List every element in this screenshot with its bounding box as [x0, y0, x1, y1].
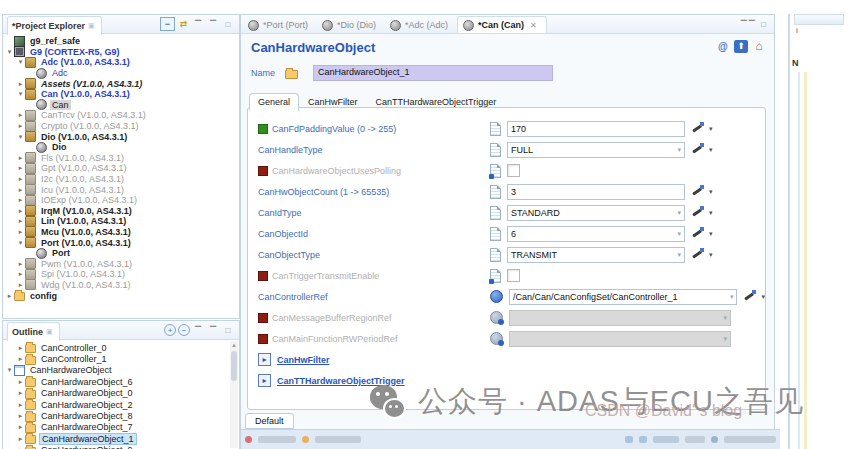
tree-item[interactable]: ▸config: [5, 290, 239, 301]
problems-icon[interactable]: [302, 436, 309, 443]
options-caret-icon[interactable]: ▾: [709, 251, 713, 259]
checkbox[interactable]: [507, 164, 520, 177]
outline-tab[interactable]: Outline ▣: [7, 322, 60, 341]
subtab-general[interactable]: General: [249, 93, 299, 111]
toolbar-icon-blur[interactable]: [625, 436, 633, 443]
tree-expander-icon[interactable]: ▸: [16, 207, 25, 215]
tree-expander-icon[interactable]: ▸: [16, 154, 25, 162]
close-icon[interactable]: ✕: [530, 21, 537, 30]
right-panel-tab[interactable]: [794, 14, 844, 25]
properties-tab-blur[interactable]: [724, 436, 776, 443]
options-caret-icon[interactable]: ▾: [709, 209, 713, 217]
project-explorer-tab[interactable]: *Project Explorer ▣: [7, 16, 102, 35]
wizard-icon[interactable]: [691, 143, 704, 156]
tree-item[interactable]: ▸Icu (V1.0.0, AS4.3.1): [5, 184, 239, 195]
tree-item[interactable]: Adc: [5, 68, 239, 79]
tree-expander-icon[interactable]: ▸: [16, 270, 25, 278]
tree-expander-icon[interactable]: ▾: [16, 239, 25, 247]
tree-item[interactable]: Port: [5, 248, 239, 259]
error-log-icon[interactable]: [245, 436, 252, 443]
dropdown[interactable]: FULL▾: [507, 142, 685, 158]
toolbar-icon-blur[interactable]: [639, 436, 647, 443]
wizard-icon[interactable]: [691, 227, 704, 240]
tree-item[interactable]: ▸Crypto (V1.0.0, AS4.3.1): [5, 121, 239, 132]
tree-expander-icon[interactable]: ▸: [16, 196, 25, 204]
wizard-icon[interactable]: [691, 185, 704, 198]
editor-tab[interactable]: *Can (Can)✕: [457, 16, 547, 33]
tree-item[interactable]: ▸Assets (V1.0.0, AS4.3.1): [5, 78, 239, 89]
editor-window-buttons[interactable]: ▔▔ □: [741, 20, 774, 29]
link[interactable]: CanTTHardwareObjectTrigger: [277, 376, 405, 386]
maximize-icon[interactable]: ▔: [207, 18, 220, 30]
tree-item[interactable]: ▸CanController_0: [5, 342, 239, 353]
expand-all-icon[interactable]: +: [164, 324, 176, 336]
at-icon[interactable]: @: [716, 40, 730, 53]
tree-expander-icon[interactable]: ▸: [16, 122, 25, 130]
minimize-icon[interactable]: ▔: [192, 324, 205, 336]
name-input[interactable]: CanHardwareObject_1: [313, 65, 553, 81]
tree-item[interactable]: ▾CanHardwareObject: [5, 365, 239, 376]
tree-expander-icon[interactable]: ▸: [16, 423, 25, 431]
toolbar-icon-blur[interactable]: [685, 436, 705, 443]
dropdown[interactable]: 6▾: [507, 226, 685, 242]
tree-item[interactable]: ▸Lin (V1.0.0, AS4.3.1): [5, 216, 239, 227]
text-input[interactable]: 170: [507, 121, 685, 137]
tree-item[interactable]: ▸Gpt (V1.0.0, AS4.3.1): [5, 163, 239, 174]
tree-expander-icon[interactable]: ▸: [16, 186, 25, 194]
tree-item[interactable]: ▾G9 (CORTEX-R5, G9): [5, 47, 239, 58]
tree-item[interactable]: ▸IOExp (V1.0.0, AS4.3.1): [5, 195, 239, 206]
text-input[interactable]: 3: [507, 184, 685, 200]
chevron-down-icon[interactable]: ▾: [677, 209, 681, 217]
tree-item[interactable]: ▸I2c (V1.0.0, AS4.3.1): [5, 174, 239, 185]
tree-expander-icon[interactable]: ▸: [16, 435, 25, 443]
tree-item[interactable]: ▸CanHardwareObject_0: [5, 388, 239, 399]
tree-item[interactable]: ▸CanHardwareObject_6: [5, 376, 239, 387]
tree-item[interactable]: ▸CanHardwareObject_9: [5, 445, 239, 449]
tree-item[interactable]: ▾Port (V1.0.0, AS4.3.1): [5, 237, 239, 248]
tree-expander-icon[interactable]: ▾: [5, 366, 14, 374]
up-arrow-icon[interactable]: ⬆: [734, 40, 748, 53]
toolbar-icon-blur[interactable]: [653, 436, 679, 443]
properties-icon[interactable]: [711, 436, 718, 443]
chevron-down-icon[interactable]: ▾: [730, 293, 734, 301]
options-caret-icon[interactable]: ▾: [709, 146, 713, 154]
dropdown[interactable]: TRANSMIT▾: [507, 247, 685, 263]
dropdown[interactable]: STANDARD▾: [507, 205, 685, 221]
tree-expander-icon[interactable]: ▸: [16, 217, 25, 225]
tree-expander-icon[interactable]: ▸: [16, 260, 25, 268]
editor-tab[interactable]: *Port (Port): [243, 17, 317, 33]
tree-item[interactable]: Dio: [5, 142, 239, 153]
options-caret-icon[interactable]: ▾: [761, 293, 765, 301]
tree-item[interactable]: ▾Can (V1.0.0, AS4.3.1): [5, 89, 239, 100]
tree-item[interactable]: ▸Pwm (V1.0.0, AS4.3.1): [5, 258, 239, 269]
tree-expander-icon[interactable]: ▸: [16, 175, 25, 183]
tree-item[interactable]: ▾Dio (V1.0.0, AS4.3.1): [5, 131, 239, 142]
tree-expander-icon[interactable]: ▸: [16, 401, 25, 409]
link-editor-icon[interactable]: ⇄: [177, 18, 190, 30]
tree-item[interactable]: ▸CanHardwareObject_1: [5, 433, 239, 444]
tree-expander-icon[interactable]: ▾: [16, 133, 25, 141]
bottom-tab-blur[interactable]: [315, 436, 361, 443]
checkbox[interactable]: [507, 269, 520, 282]
minimize-icon[interactable]: ▔: [192, 18, 205, 30]
tree-item[interactable]: ▸Wdg (V1.0.0, AS4.3.1): [5, 280, 239, 291]
tree-expander-icon[interactable]: ▸: [16, 355, 25, 363]
link[interactable]: CanHwFilter: [277, 355, 330, 365]
collapse-all-icon[interactable]: −: [160, 17, 175, 31]
tree-expander-icon[interactable]: ▸: [16, 412, 25, 420]
tree-item[interactable]: ▸CanHardwareObject_2: [5, 399, 239, 410]
tree-item[interactable]: ▸CanController_1: [5, 353, 239, 364]
options-caret-icon[interactable]: ▾: [709, 188, 713, 196]
tree-item[interactable]: ▸Fls (V1.0.0, AS4.3.1): [5, 153, 239, 164]
options-caret-icon[interactable]: ▾: [709, 230, 713, 238]
tree-item[interactable]: ▸CanHardwareObject_8: [5, 410, 239, 421]
collapse-all-icon[interactable]: −: [178, 324, 190, 336]
outline-scrollbar[interactable]: ▲: [230, 341, 238, 448]
tree-expander-icon[interactable]: ▸: [16, 228, 25, 236]
reference-dropdown[interactable]: /Can/Can/CanConfigSet/CanController_1▾: [509, 289, 737, 305]
tree-item[interactable]: Can: [5, 100, 239, 111]
tree-item[interactable]: ▸Spi (V1.0.0, AS4.3.1): [5, 269, 239, 280]
default-variant-tab[interactable]: Default: [245, 413, 294, 429]
tree-item[interactable]: ▾Adc (V1.0.0, AS4.3.1): [5, 57, 239, 68]
editor-tab[interactable]: *Adc (Adc): [385, 17, 457, 33]
